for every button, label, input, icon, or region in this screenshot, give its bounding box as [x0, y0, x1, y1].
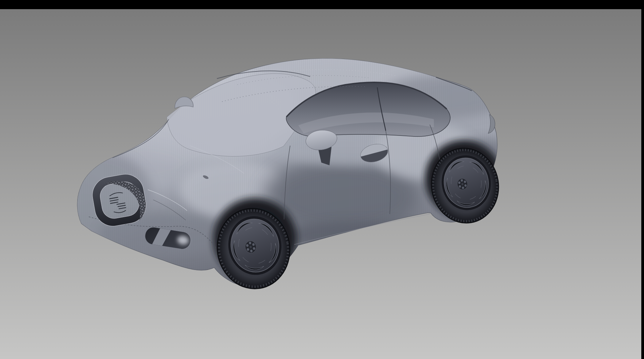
render-canvas — [0, 0, 644, 359]
right-black-bar — [641, 0, 644, 359]
application-window — [0, 0, 644, 359]
top-black-bar — [0, 0, 644, 9]
